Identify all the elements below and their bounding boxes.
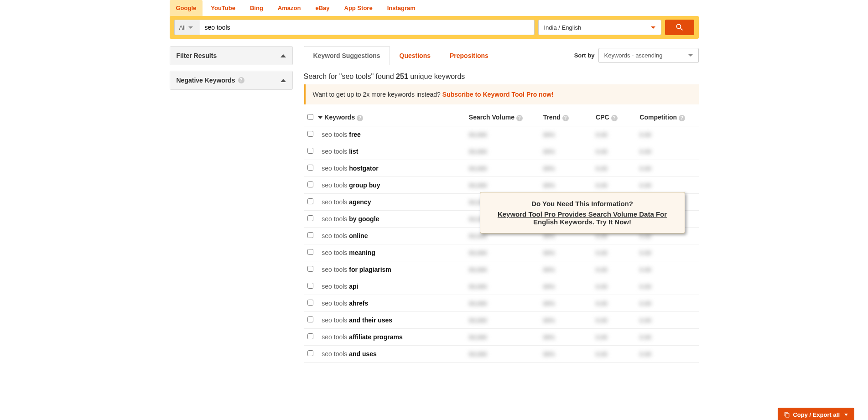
- chevron-up-icon: [281, 54, 286, 57]
- search-input[interactable]: [200, 20, 535, 35]
- row-checkbox[interactable]: [307, 350, 313, 356]
- keyword-cell: seo tools list: [322, 148, 358, 155]
- competition-cell: 0.00: [639, 131, 651, 138]
- search-button[interactable]: [665, 20, 694, 35]
- promo-banner: Want to get up to 2x more keywords inste…: [304, 84, 699, 104]
- sort-desc-icon: [318, 116, 322, 119]
- row-checkbox[interactable]: [307, 316, 313, 322]
- row-checkbox[interactable]: [307, 215, 313, 221]
- row-checkbox[interactable]: [307, 266, 313, 272]
- table-row: seo tools list00,00000%0.000.00: [304, 143, 699, 160]
- source-tab-amazon[interactable]: Amazon: [271, 0, 307, 16]
- chevron-down-icon: [188, 26, 193, 29]
- source-tab-google[interactable]: Google: [170, 0, 203, 16]
- tab-questions[interactable]: Questions: [390, 46, 440, 65]
- table-row: seo tools for plagiarism00,00000%0.000.0…: [304, 261, 699, 278]
- table-row: seo tools group buy00,00000%0.000.00: [304, 177, 699, 194]
- results-heading: Search for "seo tools" found 251 unique …: [304, 65, 699, 84]
- trend-cell: 00%: [543, 283, 555, 290]
- search-volume-cell: 00,000: [469, 165, 487, 172]
- upsell-popup[interactable]: Do You Need This Information? Keyword To…: [480, 192, 685, 233]
- panel-title: Negative Keywords ?: [177, 77, 244, 84]
- tab-keyword-suggestions[interactable]: Keyword Suggestions: [304, 46, 390, 65]
- negative-keywords-toggle[interactable]: Negative Keywords ?: [170, 71, 292, 89]
- cpc-header[interactable]: CPC ?: [592, 109, 636, 126]
- promo-text: Want to get up to 2x more keywords inste…: [313, 91, 442, 98]
- content-tabs-row: Keyword SuggestionsQuestionsPrepositions…: [304, 46, 699, 65]
- trend-cell: 00%: [543, 300, 555, 307]
- tab-prepositions[interactable]: Prepositions: [440, 46, 498, 65]
- trend-header[interactable]: Trend ?: [540, 109, 592, 126]
- source-tab-bing[interactable]: Bing: [244, 0, 270, 16]
- row-checkbox[interactable]: [307, 131, 313, 137]
- header-label: Trend: [543, 114, 561, 121]
- table-row: seo tools free00,00000%0.000.00: [304, 126, 699, 143]
- search-volume-cell: 00,000: [469, 233, 487, 239]
- help-icon: ?: [562, 115, 569, 121]
- cpc-cell: 0.00: [596, 182, 607, 189]
- cpc-cell: 0.00: [596, 334, 607, 341]
- content: Keyword SuggestionsQuestionsPrepositions…: [304, 46, 699, 363]
- sort-select[interactable]: Keywords - ascending: [598, 48, 699, 63]
- popup-cta: . Try It Now!: [593, 218, 631, 226]
- search-volume-cell: 00,000: [469, 266, 487, 273]
- search-volume-cell: 00,000: [469, 317, 487, 324]
- help-icon: ?: [611, 115, 618, 121]
- filter-results-panel: Filter Results: [170, 46, 293, 65]
- results-count: 251: [396, 73, 408, 80]
- chevron-down-icon: [651, 26, 655, 29]
- keywords-header[interactable]: Keywords ?: [318, 109, 465, 126]
- cpc-cell: 0.00: [596, 317, 607, 324]
- category-select[interactable]: All: [174, 20, 200, 35]
- source-tab-youtube[interactable]: YouTube: [204, 0, 242, 16]
- search-volume-header[interactable]: Search Volume ?: [465, 109, 540, 126]
- select-all-header: [304, 109, 318, 126]
- results-prefix: Search for "seo tools" found: [304, 73, 396, 80]
- help-icon: ?: [238, 77, 244, 83]
- sidebar: Filter Results Negative Keywords ?: [170, 46, 293, 363]
- select-all-checkbox[interactable]: [307, 114, 313, 120]
- row-checkbox[interactable]: [307, 283, 313, 289]
- search-volume-cell: 00,000: [469, 148, 487, 155]
- panel-title-text: Negative Keywords: [177, 77, 235, 84]
- keyword-cell: seo tools and their uses: [322, 316, 392, 324]
- competition-cell: 0.00: [639, 249, 651, 256]
- source-tab-instagram[interactable]: Instagram: [381, 0, 422, 16]
- row-checkbox[interactable]: [307, 148, 313, 154]
- sort-wrap: Sort by Keywords - ascending: [574, 48, 699, 63]
- source-tab-app-store[interactable]: App Store: [338, 0, 379, 16]
- content-tabs: Keyword SuggestionsQuestionsPrepositions: [304, 46, 498, 65]
- keyword-cell: seo tools ahrefs: [322, 300, 368, 307]
- search-volume-cell: 00,000: [469, 283, 487, 290]
- row-checkbox[interactable]: [307, 181, 313, 187]
- filter-results-toggle[interactable]: Filter Results: [170, 47, 292, 65]
- row-checkbox[interactable]: [307, 333, 313, 339]
- cpc-cell: 0.00: [596, 131, 607, 138]
- row-checkbox[interactable]: [307, 300, 313, 306]
- trend-cell: 00%: [543, 249, 555, 256]
- trend-cell: 00%: [543, 165, 555, 172]
- trend-cell: 00%: [543, 334, 555, 341]
- chevron-up-icon: [281, 79, 286, 82]
- source-tab-ebay[interactable]: eBay: [309, 0, 336, 16]
- locale-select[interactable]: India / English: [538, 20, 661, 35]
- table-row: seo tools ahrefs00,00000%0.000.00: [304, 295, 699, 312]
- row-checkbox[interactable]: [307, 249, 313, 255]
- row-checkbox[interactable]: [307, 165, 313, 171]
- row-checkbox[interactable]: [307, 198, 313, 204]
- locale-label: India / English: [544, 24, 582, 31]
- sort-label: Sort by: [574, 52, 595, 59]
- category-label: All: [179, 24, 186, 31]
- competition-cell: 0.00: [639, 148, 651, 155]
- trend-cell: 00%: [543, 148, 555, 155]
- popup-body: Keyword Tool Pro Provides Search Volume …: [489, 210, 676, 226]
- promo-link[interactable]: Subscribe to Keyword Tool Pro now!: [442, 91, 554, 98]
- keyword-cell: seo tools meaning: [322, 249, 375, 256]
- table-row: seo tools meaning00,00000%0.000.00: [304, 244, 699, 261]
- competition-header[interactable]: Competition ?: [636, 109, 698, 126]
- popup-link-text: Keyword Tool Pro Provides Search Volume …: [498, 210, 667, 226]
- cpc-cell: 0.00: [596, 266, 607, 273]
- keywords-table: Keywords ? Search Volume ? Trend ? CPC ?…: [304, 109, 699, 363]
- cpc-cell: 0.00: [596, 249, 607, 256]
- row-checkbox[interactable]: [307, 232, 313, 238]
